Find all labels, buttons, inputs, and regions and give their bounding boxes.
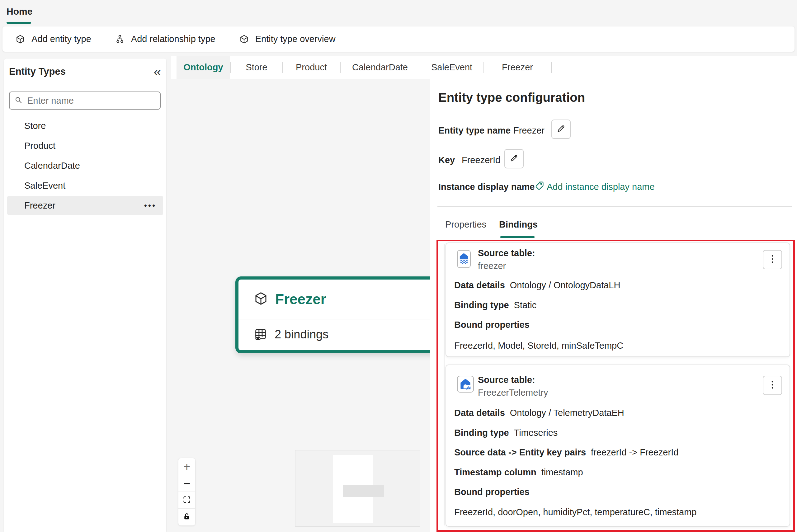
vertical-ellipsis-icon (771, 380, 774, 391)
canvas-minimap[interactable] (295, 450, 420, 527)
bound-properties-list: FreezerId, doorOpen, humidityPct, temper… (454, 507, 697, 517)
cube-icon (15, 34, 25, 44)
table-link-icon (253, 327, 268, 342)
freezer-entity-node[interactable]: Freezer 2 bindings (235, 277, 430, 353)
cube-icon (239, 34, 249, 44)
data-details-value: Ontology / TelemetryDataEH (510, 408, 624, 418)
lock-button[interactable] (178, 509, 195, 526)
minimap-viewport[interactable] (343, 485, 384, 497)
sidebar-item-label: CalendarDate (24, 160, 80, 171)
node-title: Freezer (275, 291, 326, 307)
node-bindings-count: 2 bindings (274, 328, 328, 341)
vertical-ellipsis-icon (771, 254, 774, 265)
sidebar-item-saleevent[interactable]: SaleEvent (7, 176, 163, 195)
key-value: FreezerId (462, 155, 500, 165)
flowchart-icon (115, 34, 125, 44)
add-entity-type-label: Add entity type (32, 34, 91, 44)
tab-calendardate[interactable]: CalendarDate (341, 56, 419, 79)
entity-type-configuration-panel: Entity type configuration Entity type na… (430, 79, 797, 532)
source-table-value: freezer (478, 261, 506, 271)
instance-display-name-label: Instance display name (438, 182, 534, 192)
fit-view-icon (183, 495, 191, 505)
diagram-tabbar: Ontology Store Product CalendarDate Sale… (171, 56, 797, 79)
tab-ontology[interactable]: Ontology (176, 56, 230, 79)
binding-type-row: Binding typeStatic (454, 300, 536, 310)
timestamp-column-label: Timestamp column (454, 467, 536, 477)
collapse-panel-icon[interactable]: « (154, 65, 161, 78)
entity-types-title: Entity Types (9, 66, 66, 77)
bound-properties-label-row: Bound properties (454, 320, 534, 330)
panel-divider (437, 206, 792, 207)
tab-store[interactable]: Store (231, 56, 282, 79)
sidebar-item-label: Product (24, 141, 55, 151)
entity-type-overview-label: Entity type overview (255, 34, 336, 44)
add-relationship-type-label: Add relationship type (131, 34, 215, 44)
data-details-label: Data details (454, 408, 505, 418)
timestamp-column-row: Timestamp columntimestamp (454, 467, 583, 477)
data-details-label: Data details (454, 280, 505, 290)
bound-properties-label: Bound properties (454, 487, 530, 497)
binding-type-value: Timeseries (514, 428, 558, 438)
ribbon-toolbar: Add entity type Add relationship type En… (2, 26, 795, 52)
search-input[interactable] (27, 96, 156, 106)
key-pairs-value: freezerId -> FreezerId (591, 447, 678, 457)
entity-type-name-label: Entity type name (438, 126, 511, 136)
pencil-icon (556, 124, 566, 134)
source-table-label: Source table: (478, 248, 535, 259)
bindings-tab-underline (500, 236, 534, 238)
app-window: Home Add entity type Add relationship ty… (0, 0, 797, 532)
binding-card-freezertelemetry: Source table: FreezerTelemetry Data deta… (445, 364, 790, 527)
bound-properties-values: FreezerId, Model, StoreId, minSafeTempC (454, 341, 623, 351)
unlock-icon (183, 512, 191, 522)
sidebar-item-freezer[interactable]: Freezer ••• (7, 196, 163, 215)
entity-search-box (9, 92, 160, 110)
binding-menu-button[interactable] (763, 376, 782, 395)
add-instance-display-name-link[interactable]: Add instance display name (547, 182, 655, 192)
sidebar-item-product[interactable]: Product (7, 136, 163, 155)
tab-divider (551, 62, 552, 73)
tab-saleevent[interactable]: SaleEvent (420, 56, 483, 79)
ontology-canvas[interactable]: Freezer 2 bindings + − (170, 79, 430, 532)
tag-icon (534, 180, 545, 192)
bound-properties-values: FreezerId, doorOpen, humidityPct, temper… (454, 507, 697, 517)
panel-title: Entity type configuration (438, 91, 585, 104)
add-entity-type-button[interactable]: Add entity type (15, 34, 91, 44)
sidebar-item-store[interactable]: Store (7, 116, 163, 135)
lakehouse-icon (457, 250, 471, 268)
tab-bindings[interactable]: Bindings (499, 220, 538, 230)
sidebar-item-label: Freezer (24, 201, 55, 211)
zoom-out-button[interactable]: − (178, 475, 195, 492)
freezer-node-bindings-row: 2 bindings (239, 319, 430, 349)
bound-properties-label: Bound properties (454, 320, 530, 330)
edit-entity-type-name-button[interactable] (551, 119, 571, 139)
eventhouse-icon (457, 376, 474, 393)
fit-view-button[interactable] (178, 492, 195, 509)
search-icon (14, 96, 23, 106)
pencil-icon (509, 153, 519, 164)
data-details-value: Ontology / OntologyDataLH (510, 280, 621, 290)
data-details-row: Data detailsOntology / OntologyDataLH (454, 280, 620, 290)
bound-properties-label-row: Bound properties (454, 487, 534, 497)
data-details-row: Data detailsOntology / TelemetryDataEH (454, 408, 624, 418)
entity-type-overview-button[interactable]: Entity type overview (239, 34, 336, 44)
tab-home[interactable]: Home (6, 6, 32, 17)
freezer-node-header: Freezer (239, 280, 430, 319)
binding-type-value: Static (514, 300, 537, 310)
binding-card-freezer: Source table: freezer Data detailsOntolo… (445, 243, 790, 357)
bindings-scrollbar[interactable] (444, 244, 444, 526)
tab-freezer[interactable]: Freezer (484, 56, 551, 79)
tab-product[interactable]: Product (283, 56, 340, 79)
edit-key-button[interactable] (504, 149, 524, 168)
source-table-label: Source table: (478, 375, 535, 385)
sidebar-item-calendardate[interactable]: CalendarDate (7, 156, 163, 175)
cube-icon (253, 291, 268, 307)
timestamp-column-value: timestamp (542, 467, 583, 477)
tab-properties[interactable]: Properties (445, 220, 486, 230)
bound-properties-list: FreezerId, Model, StoreId, minSafeTempC (454, 341, 623, 350)
binding-menu-button[interactable] (763, 250, 782, 269)
sidebar-item-label: Store (24, 121, 46, 131)
source-table-value: FreezerTelemetry (478, 387, 548, 398)
more-options-icon[interactable]: ••• (144, 201, 156, 210)
add-relationship-type-button[interactable]: Add relationship type (115, 34, 215, 44)
zoom-in-button[interactable]: + (178, 458, 195, 475)
